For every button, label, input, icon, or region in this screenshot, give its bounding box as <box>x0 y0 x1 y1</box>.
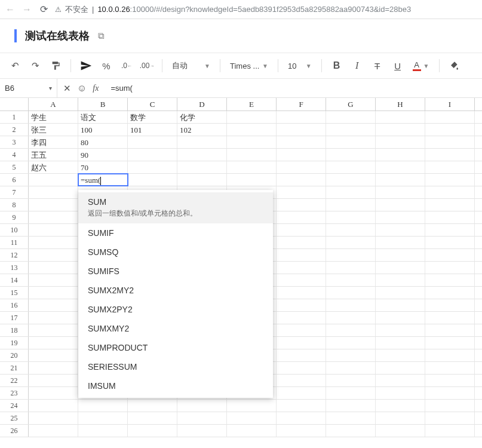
cell[interactable] <box>277 199 326 211</box>
cell[interactable] <box>277 161 326 173</box>
cell[interactable] <box>277 149 326 161</box>
cell[interactable] <box>425 262 475 274</box>
cell[interactable] <box>277 412 326 424</box>
autocomplete-item[interactable]: SUMXMY2 <box>78 319 273 338</box>
row-header[interactable]: 4 <box>0 149 29 161</box>
cell[interactable] <box>326 249 376 261</box>
cell[interactable] <box>326 337 376 349</box>
cell[interactable] <box>29 412 78 424</box>
cell[interactable] <box>376 136 425 148</box>
cell[interactable]: 70 <box>78 161 128 173</box>
row-header[interactable]: 5 <box>0 161 29 173</box>
cell[interactable] <box>376 262 425 274</box>
cell[interactable] <box>128 149 177 161</box>
cell[interactable] <box>29 299 78 311</box>
cell[interactable] <box>29 362 78 374</box>
open-external-icon[interactable]: ⧉ <box>98 30 105 41</box>
cell[interactable]: 李四 <box>29 136 78 148</box>
cell[interactable] <box>277 400 326 412</box>
cell[interactable] <box>376 425 425 437</box>
row-header[interactable]: 14 <box>0 274 29 286</box>
cell[interactable] <box>128 425 177 437</box>
cell[interactable] <box>29 324 78 336</box>
cell[interactable]: 王五 <box>29 149 78 161</box>
cell[interactable] <box>376 387 425 399</box>
cell[interactable] <box>376 274 425 286</box>
autocomplete-item[interactable]: SERIESSUM <box>78 357 273 376</box>
cell[interactable] <box>376 161 425 173</box>
cell[interactable] <box>177 149 227 161</box>
cell[interactable] <box>425 349 475 361</box>
cell[interactable] <box>277 186 326 198</box>
cell[interactable] <box>326 362 376 374</box>
back-icon[interactable]: ← <box>5 4 16 15</box>
cell[interactable] <box>29 186 78 198</box>
cell[interactable] <box>326 161 376 173</box>
column-header[interactable]: H <box>376 98 425 111</box>
cell[interactable] <box>29 287 78 299</box>
cell[interactable] <box>277 337 326 349</box>
text-color-button[interactable]: A ▼ <box>410 61 432 71</box>
cell[interactable] <box>227 425 277 437</box>
cell[interactable] <box>425 412 475 424</box>
cell[interactable] <box>277 425 326 437</box>
cell[interactable] <box>425 287 475 299</box>
cell[interactable]: 数学 <box>128 111 177 123</box>
row-header[interactable]: 7 <box>0 186 29 198</box>
cell[interactable]: 语文 <box>78 111 128 123</box>
bold-button[interactable]: B <box>329 57 345 74</box>
autocomplete-item[interactable]: SUMX2MY2 <box>78 281 273 300</box>
cell[interactable] <box>277 349 326 361</box>
cell[interactable] <box>128 136 177 148</box>
row-header[interactable]: 15 <box>0 287 29 299</box>
redo-button[interactable]: ↷ <box>27 57 43 74</box>
row-header[interactable]: 12 <box>0 249 29 261</box>
cell[interactable] <box>425 161 475 173</box>
cell[interactable] <box>376 249 425 261</box>
formula-input[interactable]: =sum( <box>105 84 482 93</box>
cell[interactable] <box>376 324 425 336</box>
cell[interactable] <box>277 111 326 123</box>
cell[interactable]: 学生 <box>29 111 78 123</box>
row-header[interactable]: 19 <box>0 337 29 349</box>
autocomplete-item[interactable]: SUM返回一组数值和/或单元格的总和。 <box>78 192 273 223</box>
cell[interactable] <box>227 174 277 186</box>
cell[interactable] <box>425 324 475 336</box>
autocomplete-item[interactable]: SUMIFS <box>78 262 273 281</box>
cell[interactable] <box>425 199 475 211</box>
font-family-select[interactable]: Times ...▼ <box>228 62 271 70</box>
cell[interactable] <box>376 186 425 198</box>
reload-icon[interactable]: ⟳ <box>38 4 49 15</box>
cell[interactable] <box>376 349 425 361</box>
cell[interactable] <box>29 425 78 437</box>
cell[interactable] <box>376 337 425 349</box>
cell[interactable] <box>128 400 177 412</box>
row-header[interactable]: 1 <box>0 111 29 123</box>
cell[interactable] <box>376 111 425 123</box>
cell[interactable] <box>29 375 78 386</box>
cell[interactable] <box>376 412 425 424</box>
cell[interactable] <box>227 124 277 136</box>
cell[interactable] <box>78 412 128 424</box>
autocomplete-item[interactable]: SUMPRODUCT <box>78 338 273 357</box>
format-painter-button[interactable] <box>48 57 63 74</box>
cell[interactable] <box>376 312 425 324</box>
cell[interactable] <box>78 400 128 412</box>
cell[interactable] <box>425 124 475 136</box>
cell[interactable] <box>177 425 227 437</box>
cell[interactable] <box>277 375 326 386</box>
cell[interactable] <box>326 111 376 123</box>
cell[interactable] <box>425 362 475 374</box>
cell[interactable] <box>29 237 78 248</box>
cell[interactable] <box>425 174 475 186</box>
cell[interactable]: 101 <box>128 124 177 136</box>
cell[interactable] <box>425 136 475 148</box>
cell[interactable] <box>227 400 277 412</box>
cell[interactable] <box>425 149 475 161</box>
cell[interactable] <box>277 136 326 148</box>
forward-icon[interactable]: → <box>22 4 32 15</box>
percent-format-button[interactable]: % <box>99 57 114 74</box>
autocomplete-item[interactable]: SUMSQ <box>78 243 273 262</box>
cell[interactable] <box>326 412 376 424</box>
cell[interactable] <box>326 211 376 223</box>
